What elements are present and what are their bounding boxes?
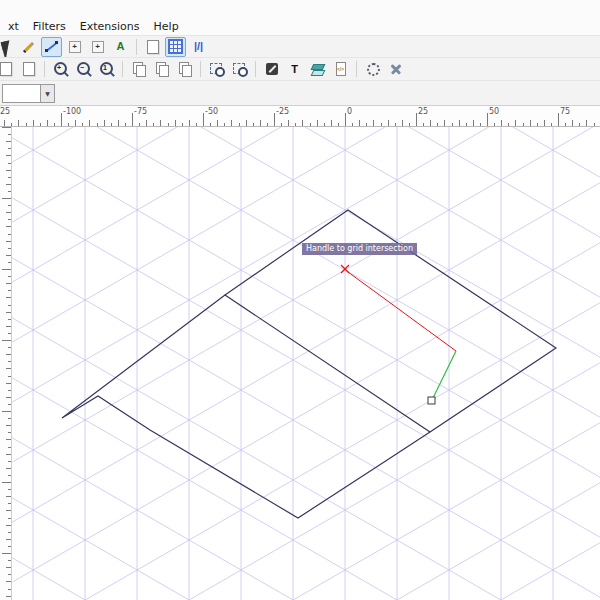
snap-indicator-tooltip: Handle to grid intersection — [302, 243, 417, 255]
snap-guide-icon: |/| — [191, 39, 207, 55]
ruler-tick — [6, 567, 11, 568]
ruler-tick — [8, 376, 11, 377]
snap-midpoint-icon: + — [90, 39, 106, 55]
vertical-ruler[interactable] — [0, 127, 12, 600]
drawing-area[interactable] — [0, 127, 600, 600]
snap-midpoint-button[interactable]: + — [87, 37, 108, 57]
ruler-tick — [6, 241, 11, 242]
ruler-tick — [40, 123, 41, 126]
document-properties-button[interactable] — [18, 59, 39, 79]
snap-nodes-button[interactable] — [41, 37, 62, 57]
ruler-tick — [4, 120, 5, 126]
xml-editor-button[interactable]: </> — [330, 59, 351, 79]
paste-button[interactable] — [174, 59, 195, 79]
ruler-tick — [182, 123, 183, 126]
preferences-button[interactable] — [385, 59, 406, 79]
snap-page-border-icon — [145, 39, 161, 55]
zoom-drawing-button[interactable] — [229, 59, 250, 79]
toolbar-separator — [255, 61, 256, 77]
ruler-tick — [515, 120, 516, 126]
zoom-1-1-button[interactable]: 1 — [96, 59, 117, 79]
ruler-tick — [281, 123, 282, 126]
ruler-tick — [224, 123, 225, 126]
ruler-tick — [6, 454, 11, 455]
ruler-tick — [189, 120, 190, 126]
ruler-label: 50 — [489, 107, 499, 116]
zoom-out-button[interactable]: − — [73, 59, 94, 79]
print-button[interactable] — [0, 59, 16, 79]
canvas[interactable]: Handle to grid intersection — [0, 127, 600, 600]
ruler-tick — [260, 120, 261, 126]
ruler-tick — [168, 123, 169, 126]
menu-filters[interactable]: Filters — [26, 19, 73, 34]
copy-icon — [131, 61, 147, 77]
snap-intersection-button[interactable]: + — [64, 37, 85, 57]
ruler-tick — [6, 496, 11, 497]
shape-outline[interactable] — [62, 295, 430, 518]
layers-dialog-button[interactable] — [307, 59, 328, 79]
zoom-selection-icon — [209, 61, 225, 77]
layers-dialog-icon — [310, 61, 326, 77]
ruler-tick — [6, 439, 11, 440]
text-editor-button[interactable] — [261, 59, 282, 79]
ruler-tick — [430, 120, 431, 126]
snap-grid-button[interactable] — [165, 37, 186, 57]
titlebar-remnant — [0, 0, 600, 17]
ruler-tick — [8, 574, 11, 575]
find-button[interactable] — [362, 59, 383, 79]
style-combo[interactable]: ▼ — [2, 84, 55, 103]
ruler-tick — [6, 297, 11, 298]
ruler-tick — [8, 177, 11, 178]
toolbar-separator — [44, 61, 45, 77]
ruler-tick — [6, 155, 11, 156]
ruler-tick — [8, 305, 11, 306]
ruler-tick — [8, 461, 11, 462]
copy-button[interactable] — [128, 59, 149, 79]
ruler-tick — [89, 120, 90, 126]
ruler-tick — [8, 262, 11, 263]
ruler-tick — [8, 191, 11, 192]
duplicate-button[interactable] — [151, 59, 172, 79]
zoom-1-1-icon: 1 — [99, 61, 115, 77]
ruler-tick — [6, 425, 11, 426]
ruler-tick — [196, 123, 197, 126]
ruler-tick — [523, 123, 524, 126]
menu-xt[interactable]: xt — [1, 19, 26, 34]
snap-nodes-icon — [44, 39, 60, 55]
node-handle[interactable] — [428, 397, 435, 404]
zoom-selection-button[interactable] — [206, 59, 227, 79]
ruler-tick — [8, 532, 11, 533]
ruler-tick — [61, 113, 62, 126]
zoom-in-button[interactable]: + — [50, 59, 71, 79]
snap-indicator — [341, 265, 456, 404]
ruler-label: -75 — [134, 107, 147, 116]
ruler-tick — [444, 120, 445, 126]
snap-guide-button[interactable]: |/| — [188, 37, 209, 57]
ruler-tick — [452, 123, 453, 126]
ruler-tick — [139, 123, 140, 126]
iso-grid — [0, 127, 600, 600]
combo-dropdown-button[interactable]: ▼ — [40, 84, 55, 103]
ruler-tick — [594, 123, 595, 126]
menu-extensions[interactable]: Extensions — [73, 19, 147, 34]
snap-pencil-icon — [21, 39, 37, 55]
menu-help[interactable]: Help — [147, 19, 186, 34]
ruler-tick — [274, 113, 275, 126]
ruler-tick — [111, 123, 112, 126]
combo-value[interactable] — [2, 84, 40, 103]
drawn-shape[interactable] — [62, 210, 556, 518]
ruler-tick — [160, 120, 161, 126]
text-dialog-button[interactable]: T — [284, 59, 305, 79]
ruler-tick — [6, 326, 11, 327]
ruler-tick — [6, 368, 11, 369]
snap-text-baseline-button[interactable]: A — [110, 37, 131, 57]
duplicate-icon — [154, 61, 170, 77]
horizontal-ruler[interactable]: -125-100-75-50-250255075 — [0, 105, 600, 127]
zoom-in-icon: + — [53, 61, 69, 77]
ruler-tick — [459, 120, 460, 126]
ruler-tick — [8, 134, 11, 135]
selector-cursor-button[interactable] — [0, 37, 16, 57]
snap-page-border-button[interactable] — [142, 37, 163, 57]
print-icon — [0, 61, 14, 77]
snap-pencil-button[interactable] — [18, 37, 39, 57]
